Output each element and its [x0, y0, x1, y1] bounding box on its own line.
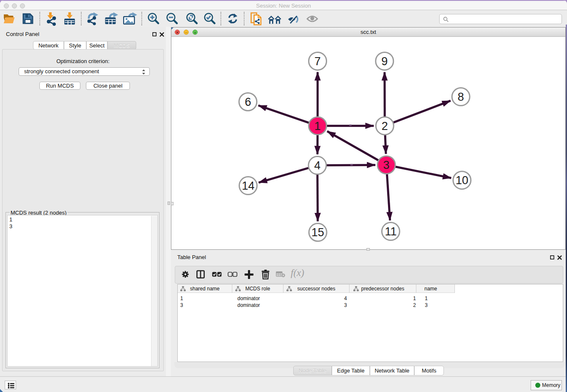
svg-text:9: 9 — [381, 55, 388, 68]
svg-text:15: 15 — [311, 226, 324, 239]
svg-text:4: 4 — [314, 159, 320, 172]
svg-text:6: 6 — [245, 96, 251, 108]
svg-text:1: 1 — [314, 120, 321, 133]
svg-text:14: 14 — [242, 179, 254, 192]
svg-text:2: 2 — [382, 120, 388, 133]
svg-text:10: 10 — [456, 174, 468, 187]
svg-text:11: 11 — [385, 225, 396, 238]
svg-text:7: 7 — [314, 55, 321, 68]
svg-text:3: 3 — [383, 159, 390, 171]
svg-text:8: 8 — [458, 91, 464, 103]
